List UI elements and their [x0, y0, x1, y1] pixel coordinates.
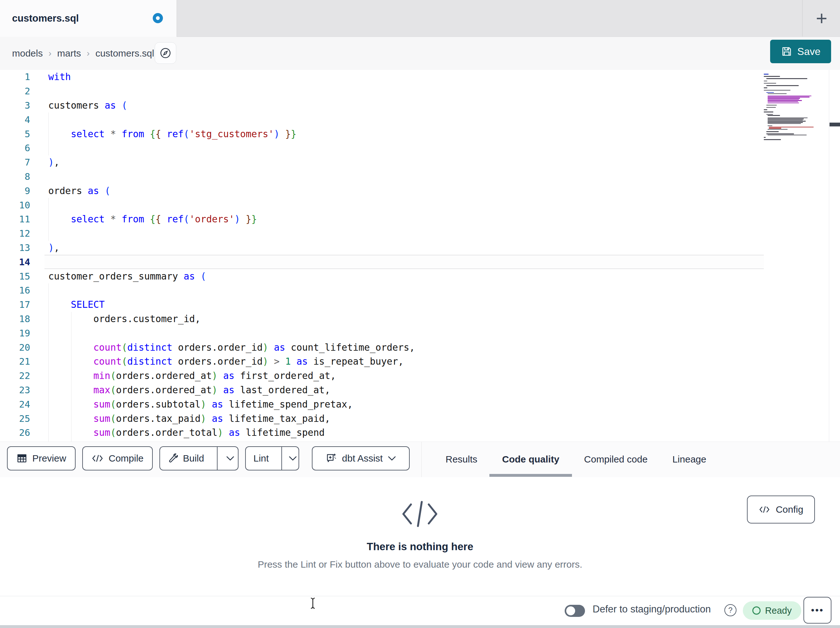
minimap[interactable]: [764, 74, 815, 142]
code-line[interactable]: 10: [0, 198, 840, 212]
minimap-line: [769, 127, 814, 128]
code-line-text: customers as (: [48, 100, 127, 111]
more-options-button[interactable]: •••: [804, 597, 831, 623]
file-navigate-button[interactable]: [155, 42, 176, 64]
line-number: 26: [0, 427, 30, 438]
code-line[interactable]: 21 count(distinct orders.order_id) > 1 a…: [0, 354, 840, 369]
lint-label: Lint: [253, 453, 269, 464]
code-line[interactable]: 11 select * from {{ ref('orders') }}: [0, 212, 840, 226]
code-line-text: customer_orders_summary as (: [48, 271, 206, 282]
minimap-line: [767, 129, 788, 130]
empty-state-subtitle: Press the Lint or Fix button above to ev…: [0, 559, 840, 570]
minimap-line: [767, 121, 806, 122]
line-number: 24: [0, 399, 30, 410]
minimap-line: [766, 133, 794, 134]
breadcrumb-separator: ›: [87, 48, 90, 59]
compass-icon: [159, 47, 172, 59]
build-label: Build: [183, 453, 204, 464]
minimap-line: [767, 122, 803, 123]
line-number: 21: [0, 356, 30, 367]
assistant-chat-sparkle-icon: [325, 452, 337, 464]
code-line[interactable]: 14: [0, 255, 840, 269]
line-number: 8: [0, 171, 30, 182]
breadcrumb-item[interactable]: customers.sql: [95, 48, 154, 59]
minimap-line: [766, 107, 776, 108]
code-line-text: select * from {{ ref('stg_customers') }}: [48, 129, 297, 139]
minimap-line: [764, 76, 780, 77]
minimap-line: [766, 105, 777, 106]
code-line[interactable]: 15customer_orders_summary as (: [0, 269, 840, 283]
code-line[interactable]: 26 sum(orders.order_total) as lifetime_s…: [0, 426, 840, 440]
code-line[interactable]: 8: [0, 169, 840, 184]
line-number: 13: [0, 242, 30, 253]
code-line[interactable]: 17 SELECT: [0, 297, 840, 312]
code-line-text: sum(orders.order_total) as lifetime_spen…: [48, 427, 325, 438]
config-button[interactable]: Config: [747, 495, 815, 524]
panel-tab-compiled-code[interactable]: Compiled code: [584, 442, 647, 477]
minimap-line: [769, 128, 781, 129]
editor-scrollbar-thumb[interactable]: [829, 123, 840, 127]
panel-tab-lineage[interactable]: Lineage: [672, 442, 706, 477]
code-line[interactable]: 12: [0, 226, 840, 241]
file-tab-customers-sql[interactable]: customers.sql: [0, 0, 177, 37]
code-line[interactable]: 20 count(distinct orders.order_id) as co…: [0, 340, 840, 354]
status-ring-icon: [752, 606, 761, 615]
chevron-down-icon: [289, 456, 297, 461]
minimap-line: [764, 90, 791, 91]
code-line[interactable]: 9orders as (: [0, 183, 840, 198]
code-line[interactable]: 6: [0, 141, 840, 155]
dbt-assist-button[interactable]: dbt Assist: [312, 446, 410, 470]
lint-button[interactable]: Lint: [246, 447, 276, 470]
code-editor[interactable]: 1with23customers as (45 select * from {{…: [0, 70, 840, 441]
editor-scrollbar-track: [829, 70, 829, 441]
code-line[interactable]: 2: [0, 84, 840, 98]
breadcrumb-item[interactable]: models: [12, 48, 43, 59]
code-line-text: count(distinct orders.order_id) as count…: [48, 342, 415, 353]
code-icon: [92, 454, 104, 463]
save-button[interactable]: Save: [770, 40, 831, 63]
build-dropdown-button[interactable]: [223, 447, 238, 470]
defer-toggle[interactable]: [565, 605, 585, 617]
toolbar-divider: [422, 442, 422, 478]
code-line[interactable]: 13),: [0, 241, 840, 255]
line-number: 18: [0, 313, 30, 324]
preview-label: Preview: [32, 453, 66, 464]
new-tab-button[interactable]: +: [810, 7, 833, 29]
code-line[interactable]: 7),: [0, 155, 840, 169]
panel-tab-code-quality[interactable]: Code quality: [502, 442, 559, 477]
preview-button[interactable]: Preview: [7, 446, 76, 470]
line-number: 5: [0, 129, 30, 139]
code-line[interactable]: 3customers as (: [0, 98, 840, 113]
code-line[interactable]: 25 sum(orders.tax_paid) as lifetime_tax_…: [0, 411, 840, 426]
breadcrumb-item[interactable]: marts: [57, 48, 81, 59]
ide-status-badge[interactable]: Ready: [743, 601, 801, 620]
code-line[interactable]: 19: [0, 326, 840, 340]
code-line[interactable]: 16: [0, 283, 840, 297]
code-line-text: min(orders.ordered_at) as first_ordered_…: [48, 370, 336, 381]
code-line-text: ),: [48, 157, 60, 168]
unsaved-changes-dot-icon: [153, 13, 163, 23]
minimap-line: [767, 119, 804, 119]
lint-dropdown-button[interactable]: [287, 447, 298, 470]
minimap-line: [767, 100, 802, 101]
code-line-text: count(distinct orders.order_id) > 1 as i…: [48, 356, 404, 367]
panel-tab-results[interactable]: Results: [445, 442, 477, 477]
build-button[interactable]: Build: [160, 447, 212, 470]
code-icon: [759, 505, 770, 514]
code-line[interactable]: 5 select * from {{ ref('stg_customers') …: [0, 127, 840, 141]
code-line[interactable]: 18 orders.customer_id,: [0, 312, 840, 326]
help-icon[interactable]: ?: [725, 604, 736, 616]
save-label: Save: [797, 46, 821, 57]
code-line[interactable]: 22 min(orders.ordered_at) as first_order…: [0, 369, 840, 383]
code-line[interactable]: 1with: [0, 70, 840, 84]
code-line-text: SELECT: [48, 299, 105, 310]
code-line-text: orders as (: [48, 185, 110, 196]
dbt-assist-label: dbt Assist: [342, 453, 383, 464]
compile-button[interactable]: Compile: [82, 446, 153, 470]
code-line[interactable]: 24 sum(orders.subtotal) as lifetime_spen…: [0, 397, 840, 411]
code-line[interactable]: 23 max(orders.ordered_at) as last_ordere…: [0, 383, 840, 397]
indent-guide: [48, 283, 49, 441]
file-tab-title: customers.sql: [12, 13, 79, 24]
chevron-down-icon: [226, 456, 234, 461]
code-line[interactable]: 4: [0, 112, 840, 127]
